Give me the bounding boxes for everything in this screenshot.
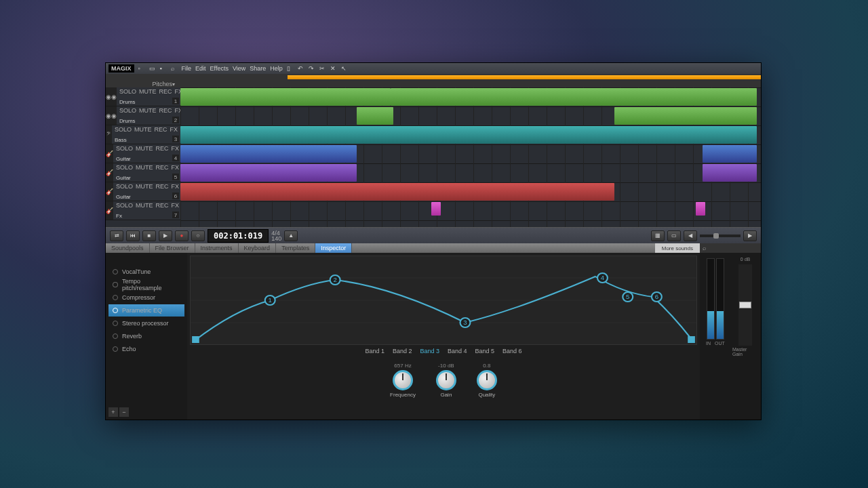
fx-item-reverb[interactable]: Reverb bbox=[108, 330, 184, 342]
more-sounds-button[interactable]: More sounds bbox=[655, 243, 700, 253]
power-icon[interactable] bbox=[113, 282, 118, 287]
eq-band-4[interactable]: Band 4 bbox=[448, 348, 467, 354]
metronome-button[interactable]: ▲ bbox=[284, 230, 298, 241]
remove-fx-button[interactable]: − bbox=[119, 407, 129, 417]
zoom-out-button[interactable]: ◀ bbox=[684, 230, 697, 241]
tab-inspector[interactable]: Inspector bbox=[315, 243, 352, 253]
record-mode-button[interactable]: ○ bbox=[191, 230, 205, 241]
svg-rect-16 bbox=[688, 336, 695, 343]
tab-soundpools[interactable]: Soundpools bbox=[106, 243, 150, 253]
timecode-display[interactable]: 002:01:019 bbox=[208, 229, 269, 243]
eq-knobs: 657 Hz Frequency -10 dB Gain 0.8 Quality bbox=[190, 357, 697, 398]
track-header-2[interactable]: ◉◉ SOLOMUTERECFXDrums 2 bbox=[106, 106, 180, 125]
menu-view[interactable]: View bbox=[233, 65, 245, 72]
audio-clip[interactable] bbox=[614, 107, 757, 125]
fx-item-parametric-eq[interactable]: Parametric EQ bbox=[108, 304, 184, 317]
tab-filebrowser[interactable]: File Browser bbox=[150, 243, 195, 253]
menu-help[interactable]: Help bbox=[270, 65, 283, 72]
fx-item-tempo[interactable]: Tempo pitch/resample bbox=[108, 279, 184, 291]
audio-clip[interactable] bbox=[180, 164, 357, 182]
redo-icon[interactable]: ↷ bbox=[309, 65, 315, 72]
grid-button[interactable]: ▦ bbox=[651, 230, 665, 241]
loop-region[interactable] bbox=[288, 75, 761, 79]
power-icon[interactable] bbox=[113, 269, 118, 274]
close-icon[interactable]: ✕ bbox=[330, 65, 337, 72]
track-headers: Pitches ▾ ◉◉ SOLOMUTERECFXDrums 1 ◉◉ SOL… bbox=[106, 81, 180, 227]
menu-file[interactable]: File bbox=[182, 65, 192, 72]
skip-start-button[interactable]: ⏮ bbox=[126, 230, 140, 241]
track-header-7[interactable]: 🎸 SOLOMUTERECFXFx 7 bbox=[106, 201, 180, 220]
undo-icon[interactable]: ↶ bbox=[298, 65, 304, 72]
audio-clip[interactable] bbox=[391, 88, 757, 106]
save-icon[interactable]: ▪ bbox=[160, 65, 167, 72]
loop-button[interactable]: ⇄ bbox=[110, 230, 123, 241]
eq-band-6[interactable]: Band 6 bbox=[502, 348, 522, 354]
audio-clip[interactable] bbox=[180, 88, 391, 106]
gain-knob[interactable] bbox=[436, 370, 456, 390]
eq-panel: 1 2 3 4 5 6 Band 1 Band 2 Band 3 Band 4 … bbox=[187, 253, 700, 420]
zoom-in-button[interactable]: ▶ bbox=[743, 230, 757, 241]
track-header-6[interactable]: 🎸 SOLOMUTERECFXGuitar 6 bbox=[106, 182, 180, 201]
play-button[interactable]: ▶ bbox=[159, 230, 172, 241]
frequency-knob[interactable] bbox=[393, 370, 413, 390]
master-gain-slider[interactable] bbox=[738, 264, 752, 346]
bar-ruler[interactable] bbox=[180, 81, 761, 87]
record-button[interactable]: ● bbox=[175, 230, 189, 241]
eq-band-2[interactable]: Band 2 bbox=[393, 348, 412, 354]
audio-clip[interactable] bbox=[180, 183, 614, 201]
drums-icon: ◉◉ bbox=[106, 87, 117, 106]
menu-effects[interactable]: Effects bbox=[210, 65, 229, 72]
fx-item-stereo[interactable]: Stereo processor bbox=[108, 317, 184, 329]
new-icon[interactable]: ▫ bbox=[138, 65, 145, 72]
svg-text:4: 4 bbox=[601, 274, 604, 281]
fx-item-echo[interactable]: Echo bbox=[108, 343, 184, 355]
track-header-4[interactable]: 🎸 SOLOMUTERECFXGuitar 4 bbox=[106, 144, 180, 163]
menu-edit[interactable]: Edit bbox=[195, 65, 206, 72]
audio-clip[interactable] bbox=[703, 164, 757, 182]
fx-item-compressor[interactable]: Compressor bbox=[108, 291, 184, 304]
tab-instruments[interactable]: Instruments bbox=[195, 243, 239, 253]
audio-clip[interactable] bbox=[431, 202, 441, 216]
track-header-3[interactable]: 𝄢 SOLOMUTERECFXBass 3 bbox=[106, 125, 180, 144]
tracks-area[interactable] bbox=[180, 81, 761, 227]
audio-clip[interactable] bbox=[357, 107, 393, 125]
eq-band-1[interactable]: Band 1 bbox=[365, 348, 384, 354]
audio-clip[interactable] bbox=[696, 202, 705, 216]
power-icon[interactable] bbox=[113, 333, 118, 339]
quality-knob[interactable] bbox=[477, 370, 497, 390]
power-icon[interactable] bbox=[113, 308, 118, 313]
tab-keyboard[interactable]: Keyboard bbox=[239, 243, 277, 253]
audio-clip[interactable] bbox=[703, 145, 757, 163]
open-icon[interactable]: ▭ bbox=[149, 65, 156, 72]
zoom-slider[interactable] bbox=[700, 235, 741, 237]
tool-icon[interactable]: ▯ bbox=[287, 65, 294, 72]
stop-button[interactable]: ■ bbox=[142, 230, 156, 241]
audio-clip[interactable] bbox=[180, 126, 757, 144]
track-header-1[interactable]: ◉◉ SOLOMUTERECFXDrums 1 bbox=[106, 87, 180, 106]
meters-panel: INOUT 0 dB Master Gain bbox=[700, 253, 761, 420]
add-fx-button[interactable]: + bbox=[108, 407, 118, 417]
guitar-icon: 🎸 bbox=[106, 182, 113, 201]
view-button[interactable]: ▭ bbox=[667, 230, 681, 241]
cut-icon[interactable]: ✂ bbox=[319, 65, 326, 72]
pitches-header[interactable]: Pitches ▾ bbox=[106, 81, 180, 87]
audio-clip[interactable] bbox=[180, 145, 357, 163]
power-icon[interactable] bbox=[113, 295, 118, 300]
eq-band-3[interactable]: Band 3 bbox=[420, 348, 439, 354]
tab-templates[interactable]: Templates bbox=[276, 243, 315, 253]
meter-in bbox=[707, 258, 715, 340]
eq-graph[interactable]: 1 2 3 4 5 6 bbox=[190, 256, 697, 345]
guitar-icon: 🎸 bbox=[106, 144, 113, 163]
menu-share[interactable]: Share bbox=[250, 65, 266, 72]
eq-band-5[interactable]: Band 5 bbox=[475, 348, 495, 354]
power-icon[interactable] bbox=[113, 321, 118, 326]
fx-item-vocaltune[interactable]: VocalTune bbox=[108, 266, 184, 278]
eq-band-selector: Band 1 Band 2 Band 3 Band 4 Band 5 Band … bbox=[190, 345, 697, 357]
pointer-icon[interactable]: ↖ bbox=[341, 65, 348, 72]
svg-text:3: 3 bbox=[463, 319, 467, 326]
search-input[interactable]: ⌕ bbox=[700, 243, 761, 253]
drums-icon: ◉◉ bbox=[106, 106, 117, 125]
track-header-5[interactable]: 🎸 SOLOMUTERECFXGuitar 5 bbox=[106, 163, 180, 182]
power-icon[interactable] bbox=[113, 346, 118, 352]
search-icon[interactable]: ⌕ bbox=[171, 65, 178, 72]
